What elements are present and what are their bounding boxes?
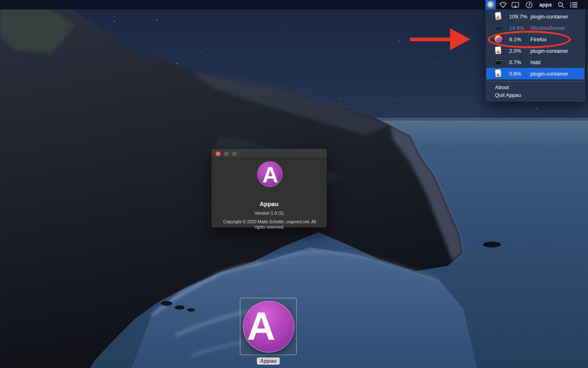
appau-menubar-icon: A — [487, 1, 494, 8]
plugin-container-icon — [494, 46, 503, 55]
zoom-button-disabled[interactable] — [232, 151, 237, 156]
menu-bar: A apps — [0, 0, 588, 9]
process-name: hidd — [530, 59, 541, 65]
menubar-screen-mirroring-item[interactable] — [510, 0, 520, 9]
process-cpu: 2.0% — [509, 48, 530, 54]
appau-icon-letter: A — [259, 164, 281, 186]
menubar-cpu-gauge-item[interactable] — [524, 0, 534, 9]
gauge-icon — [525, 1, 533, 9]
desktop-icon-selection: A — [240, 298, 297, 355]
process-name: plugin-container — [530, 48, 568, 54]
wifi-off-icon — [499, 1, 508, 9]
annotation-arrow — [410, 38, 452, 41]
minimize-button-disabled[interactable] — [224, 151, 229, 156]
annotation-circle-firefox — [488, 31, 571, 48]
window-body: A Appau Version 1.0 (1) Copyright © 2020… — [212, 159, 327, 228]
search-icon — [557, 1, 565, 9]
menubar-appau-status-item[interactable]: A — [486, 0, 496, 9]
menubar-spotlight-item[interactable] — [556, 0, 566, 9]
terminal-icon — [494, 58, 503, 67]
menubar-wifi-item[interactable] — [498, 0, 508, 9]
annotation-arrow-head — [450, 28, 470, 50]
appau-desktop-icon-letter: A — [247, 307, 272, 346]
app-copyright: Copyright © 2020 Matis Schotte, ungeord.… — [218, 219, 321, 230]
process-cpu: 0.7% — [509, 59, 530, 65]
process-row[interactable]: 0.7% hidd — [486, 56, 584, 68]
menu-separator — [487, 81, 584, 82]
appau-status-menu: 109.7% plugin-container 14.9% WindowServ… — [486, 9, 585, 101]
process-cpu: 0.6% — [509, 71, 530, 77]
menu-item-about[interactable]: About — [486, 83, 584, 91]
app-name: Appau — [212, 200, 327, 207]
about-appau-window: A Appau Version 1.0 (1) Copyright © 2020… — [211, 148, 327, 228]
desktop-icon-appau[interactable]: A Appau — [240, 298, 297, 365]
process-row-selected[interactable]: 0.6% plugin-container — [486, 68, 584, 79]
apps-label: apps — [539, 2, 552, 8]
desktop-icon-label: Appau — [257, 357, 280, 365]
list-icon — [569, 1, 578, 9]
process-name: plugin-container — [530, 13, 568, 20]
app-version: Version 1.0 (1) — [212, 211, 327, 215]
appau-menubar-letter: A — [489, 2, 492, 7]
menubar-notification-center-item[interactable] — [568, 0, 579, 9]
process-name: plugin-container — [530, 71, 568, 77]
process-row[interactable]: 109.7% plugin-container — [486, 11, 584, 22]
window-titlebar[interactable] — [212, 149, 327, 159]
plugin-container-icon — [494, 12, 503, 21]
terminal-icon — [494, 23, 503, 32]
process-cpu: 109.7% — [509, 13, 530, 20]
menubar-apps-item[interactable]: apps — [537, 0, 554, 9]
plugin-container-icon — [494, 69, 503, 78]
menu-item-quit[interactable]: Quit Appau — [486, 91, 584, 99]
macos-desktop: A apps — [0, 0, 588, 368]
appau-desktop-icon-circle: A — [243, 301, 294, 352]
close-button[interactable] — [216, 151, 220, 156]
appau-app-icon: A — [257, 162, 283, 187]
process-cpu: 14.9% — [509, 25, 530, 31]
screen-mirroring-icon — [511, 1, 520, 9]
process-name: WindowServer — [530, 25, 565, 31]
